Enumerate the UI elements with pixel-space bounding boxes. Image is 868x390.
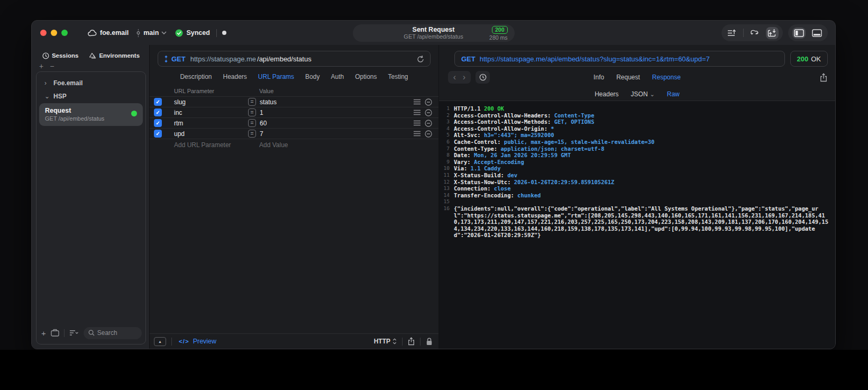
param-row-slug: ✓slug=status — [150, 96, 438, 107]
zoom-window-button[interactable] — [61, 30, 68, 36]
param-checkbox[interactable]: ✓ — [154, 119, 162, 127]
new-group-icon[interactable] — [51, 329, 59, 337]
toggle-left-sidebar-icon[interactable] — [792, 28, 806, 39]
param-row-actions — [414, 130, 432, 138]
preview-button[interactable]: </> Preview — [179, 338, 216, 345]
tab-options[interactable]: Options — [355, 73, 377, 80]
request-duration: 280 ms — [489, 34, 507, 41]
header-name: Access-Control-Allow-Methods: — [454, 119, 554, 125]
collapse-editor-button[interactable]: ▲ — [154, 337, 166, 346]
format-tab-json[interactable]: JSON⌄ — [631, 90, 655, 98]
search-placeholder: Search — [97, 329, 117, 337]
format-tab-headers[interactable]: Headers — [595, 90, 618, 98]
tree-item-label: Foe.email — [53, 79, 83, 87]
tree-item-hsp[interactable]: ⌄HSP — [36, 89, 145, 103]
response-tab-request[interactable]: Request — [616, 74, 640, 81]
format-tab-raw[interactable]: Raw — [667, 90, 680, 98]
drag-handle-icon[interactable] — [414, 120, 421, 126]
line-content: Transfer-Encoding: chunked — [454, 192, 831, 199]
line-content: Cache-Control: public, max-age=15, stale… — [454, 139, 831, 146]
sent-request-pill[interactable]: Sent Request GET /api/embed/status 200 2… — [353, 24, 515, 42]
sidebar-request-item[interactable]: Request GET /api/embed/status — [39, 103, 143, 126]
line-number: 11 — [439, 172, 454, 179]
tab-headers[interactable]: Headers — [223, 73, 246, 80]
param-checkbox[interactable]: ✓ — [154, 98, 162, 106]
param-value-field[interactable]: 60 — [260, 120, 414, 127]
request-editor-panel: GET https://statuspage.me/api/embed/stat… — [149, 45, 439, 349]
tab-testing[interactable]: Testing — [388, 73, 408, 80]
drag-handle-icon[interactable] — [414, 110, 421, 115]
header-value: chunked — [517, 192, 541, 198]
search-input[interactable]: Search — [84, 327, 142, 339]
param-value-field[interactable]: 1 — [260, 109, 414, 116]
toggle-bottom-panel-icon[interactable] — [810, 28, 824, 39]
minimize-window-button[interactable] — [51, 30, 57, 36]
history-forward-button[interactable]: › — [460, 71, 469, 83]
line-number: 16 — [439, 205, 454, 212]
sidebar: Sessions Environments + − ›Foe.email⌄HSP — [32, 45, 149, 349]
tab-environments[interactable]: Environments — [89, 52, 140, 59]
new-request-icon[interactable]: + — [41, 329, 46, 338]
add-item-button[interactable]: + — [39, 63, 43, 70]
line-number: 2 — [439, 112, 454, 119]
code-line: 15 — [439, 198, 831, 205]
tab-auth[interactable]: Auth — [331, 73, 344, 80]
remove-item-button[interactable]: − — [50, 63, 54, 70]
send-receive-icon[interactable] — [766, 27, 779, 39]
sort-filter-icon[interactable] — [69, 330, 79, 336]
tab-sessions[interactable]: Sessions — [42, 52, 79, 59]
request-order-icon[interactable] — [726, 28, 738, 39]
code-line: 16{"incidents":null,"overall":{"code":"o… — [439, 205, 831, 239]
response-tab-response[interactable]: Response — [652, 74, 681, 81]
history-back-button[interactable]: ‹ — [450, 71, 459, 83]
response-tab-info[interactable]: Info — [593, 74, 604, 81]
response-url-display[interactable]: GET https://statuspage.me/api/embed/stat… — [454, 51, 785, 67]
equals-badge-icon: = — [248, 98, 256, 106]
remove-row-icon[interactable] — [425, 130, 432, 138]
export-response-icon[interactable] — [820, 73, 827, 82]
request-method[interactable]: GET — [171, 55, 186, 63]
response-body-view[interactable]: 1HTTP/1.1 200 OK2Access-Control-Allow-He… — [439, 101, 835, 349]
lock-icon[interactable] — [426, 338, 433, 346]
branch-selector[interactable]: main — [136, 29, 167, 37]
param-checkbox[interactable]: ✓ — [154, 130, 162, 138]
sync-status[interactable]: Synced — [175, 29, 209, 37]
header-name: X-Status-Build: — [454, 172, 507, 178]
history-clock-button[interactable] — [476, 71, 490, 84]
param-value-field[interactable]: 7 — [260, 130, 414, 138]
param-name-field[interactable]: inc — [174, 109, 248, 116]
drag-handle-icon[interactable] — [414, 99, 421, 105]
param-checkbox[interactable]: ✓ — [154, 108, 162, 116]
tab-body[interactable]: Body — [305, 73, 319, 80]
remove-row-icon[interactable] — [425, 98, 432, 106]
line-content: X-Status-Now-Utc: 2026-01-26T20:29:59.85… — [454, 179, 831, 186]
method-stepper-icon[interactable] — [164, 56, 168, 62]
tab-url-params[interactable]: URL Params — [258, 73, 294, 80]
tree-item-foe-email[interactable]: ›Foe.email — [36, 76, 145, 89]
code-line: 14Transfer-Encoding: chunked — [439, 192, 831, 199]
param-name-field[interactable]: slug — [174, 98, 248, 106]
protocol-selector[interactable]: HTTP — [374, 338, 397, 345]
drag-handle-icon[interactable] — [414, 131, 421, 137]
code-line: 8Date: Mon, 26 Jan 2026 20:29:59 GMT — [439, 152, 831, 159]
add-value-field[interactable]: Add Value — [259, 141, 288, 149]
remove-row-icon[interactable] — [425, 109, 432, 116]
share-icon[interactable] — [408, 337, 415, 346]
equals-badge-icon: = — [248, 119, 256, 127]
param-name-field[interactable]: upd — [174, 130, 248, 138]
reload-icon[interactable] — [417, 55, 424, 63]
param-name-field[interactable]: rtm — [174, 120, 248, 127]
tab-description[interactable]: Description — [180, 73, 212, 80]
request-url-input[interactable]: GET https://statuspage.me/api/embed/stat… — [158, 51, 431, 67]
close-window-button[interactable] — [40, 30, 47, 36]
line-content: Connection: close — [454, 185, 831, 192]
code-line: 13Connection: close — [439, 185, 831, 192]
response-top-bar: GET https://statuspage.me/api/embed/stat… — [439, 45, 835, 67]
project-selector[interactable]: foe.email — [88, 29, 129, 37]
dynamic-values-icon[interactable] — [748, 27, 761, 39]
stepper-updown-icon — [392, 338, 397, 344]
remove-row-icon[interactable] — [425, 120, 432, 127]
add-url-parameter-field[interactable]: Add URL Parameter — [174, 141, 259, 149]
param-value-field[interactable]: status — [260, 98, 414, 106]
params-rows: ✓slug=status✓inc=1✓rtm=60✓upd=7 — [150, 96, 438, 139]
